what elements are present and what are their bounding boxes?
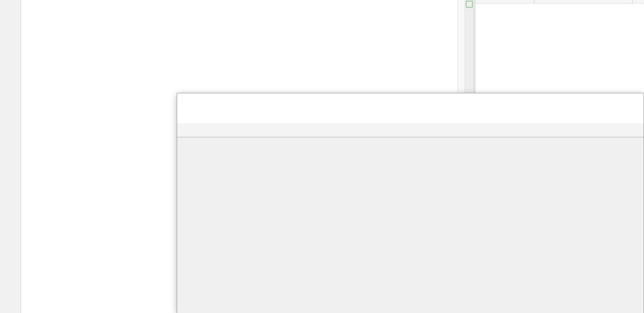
figure-window[interactable] [177, 93, 644, 313]
editor-gutter [0, 0, 21, 313]
figure-toolbar [177, 123, 644, 137]
figure-menu-bar [177, 110, 644, 123]
column-divider[interactable] [534, 0, 535, 3]
matlab-icon [182, 97, 191, 106]
code-analyzer-indicator[interactable] [466, 1, 473, 7]
workspace-header [476, 0, 644, 4]
column-divider[interactable] [632, 0, 633, 3]
matlab-desktop [0, 0, 644, 313]
figure-title-bar[interactable] [177, 93, 644, 110]
figure-canvas-area [177, 137, 644, 313]
figure-plots[interactable] [177, 137, 309, 203]
